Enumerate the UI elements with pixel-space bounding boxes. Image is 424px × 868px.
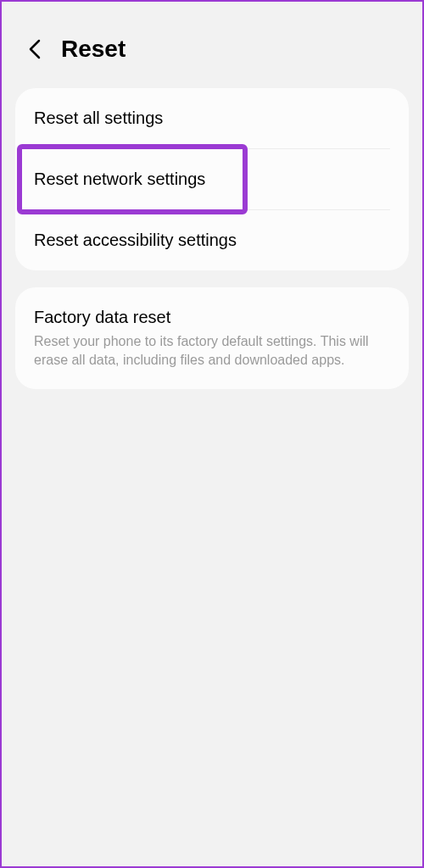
factory-data-reset-item[interactable]: Factory data reset Reset your phone to i…	[15, 287, 409, 389]
reset-accessibility-settings-item[interactable]: Reset accessibility settings	[15, 210, 409, 270]
list-item-label: Reset network settings	[34, 170, 205, 188]
header: Reset	[2, 2, 422, 88]
reset-options-card: Reset all settings Reset network setting…	[15, 88, 409, 270]
factory-reset-title: Factory data reset	[34, 308, 390, 327]
page-title: Reset	[61, 36, 126, 63]
back-icon[interactable]	[27, 37, 44, 61]
reset-network-wrapper: Reset network settings	[15, 149, 409, 209]
factory-reset-card: Factory data reset Reset your phone to i…	[15, 287, 409, 389]
reset-all-settings-item[interactable]: Reset all settings	[15, 88, 409, 148]
list-item-label: Reset all settings	[34, 108, 163, 127]
reset-network-settings-item[interactable]: Reset network settings	[15, 149, 409, 209]
list-item-label: Reset accessibility settings	[34, 231, 237, 249]
factory-reset-description: Reset your phone to its factory default …	[34, 332, 390, 370]
